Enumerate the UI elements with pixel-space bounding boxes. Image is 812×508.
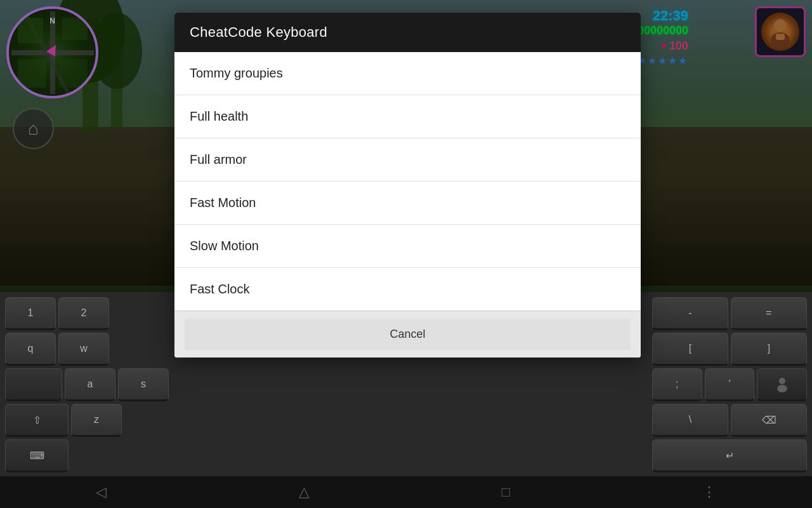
cheat-item-full-health[interactable]: Full health — [174, 95, 641, 138]
dialog-actions: Cancel — [174, 311, 641, 358]
cheat-item-full-armor[interactable]: Full armor — [174, 138, 641, 182]
cheat-item-slow-motion[interactable]: Slow Motion — [174, 225, 641, 268]
cheat-item-tommy-groupies[interactable]: Tommy groupies — [174, 52, 641, 95]
cheat-item-fast-clock[interactable]: Fast Clock — [174, 268, 641, 311]
cancel-button[interactable]: Cancel — [185, 319, 631, 350]
cheat-item-fast-motion[interactable]: Fast Motion — [174, 182, 641, 225]
dialog-body: Tommy groupies Full health Full armor Fa… — [174, 52, 641, 311]
dialog-title: CheatCode Keyboard — [190, 24, 327, 40]
dialog-title-bar: CheatCode Keyboard — [174, 13, 641, 52]
cheatcode-dialog: CheatCode Keyboard Tommy groupies Full h… — [174, 13, 641, 358]
